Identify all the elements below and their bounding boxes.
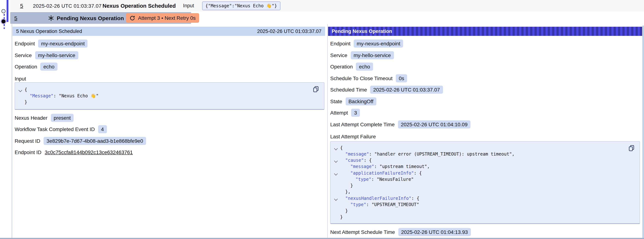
event-row-nexus-operation-scheduled[interactable]: 5 2025-02-26 UTC 01:03:37.07 Nexus Opera… xyxy=(10,0,644,11)
code-line: "type": "UPSTREAM_TIMEOUT" xyxy=(334,202,625,208)
field-row-attempt: Attempt3 xyxy=(330,109,642,117)
timeline-event-node-icon[interactable] xyxy=(2,9,6,13)
field-value-pill: echo xyxy=(356,62,373,71)
caret-cell xyxy=(334,195,340,202)
caret-cell xyxy=(334,183,340,189)
timeline-connector-dashed xyxy=(4,14,5,20)
left-panel-title: 5 Nexus Operation Scheduled xyxy=(16,28,82,34)
collapse-chevron-icon[interactable] xyxy=(334,172,338,175)
field-value-pill: 3e829b7e-7d67-4b08-aad3-b1e868bfe9e0 xyxy=(44,137,146,145)
event-detail-panel: 5 Nexus Operation Scheduled 2025-02-26 U… xyxy=(12,24,644,238)
code-line: "message": "upstream timeout", xyxy=(334,164,625,170)
field-row-endpoint: Endpointmy-nexus-endpoint xyxy=(15,40,325,48)
code-line: } xyxy=(334,183,625,189)
code-text: } xyxy=(340,214,343,221)
field-label: Operation xyxy=(15,64,37,70)
collapse-chevron-icon[interactable] xyxy=(18,88,22,92)
code-text: "message": "handler error (UPSTREAM_TIME… xyxy=(340,151,514,158)
panel-divider xyxy=(327,24,328,239)
copy-icon[interactable] xyxy=(628,145,634,151)
failure-json-viewer: {"message": "handler error (UPSTREAM_TIM… xyxy=(330,141,640,224)
field-row-endpoint: Endpointmy-nexus-endpoint xyxy=(330,40,642,48)
field-row-state: StateBackingOff xyxy=(330,97,642,105)
field-value-pill: 0s xyxy=(396,74,407,82)
timeline-active-bar xyxy=(6,0,8,22)
caret-cell xyxy=(18,93,24,99)
code-line: } xyxy=(18,99,309,106)
caret-cell xyxy=(334,202,340,208)
field-row-operation: Operationecho xyxy=(330,62,642,71)
code-text: "Message": "Nexus Echo 👋" xyxy=(24,93,99,99)
pending-nexus-operation-row[interactable]: 5 Pending Nexus Operation Attempt 3 • Ne… xyxy=(10,12,191,24)
code-line: "nexusHandlerFailureInfo": { xyxy=(334,195,625,202)
field-label: Scheduled Time xyxy=(330,87,367,92)
code-text: { xyxy=(340,145,343,151)
caret-cell xyxy=(334,158,340,164)
field-value-pill: BackingOff xyxy=(346,97,376,105)
field-label: Request ID xyxy=(15,138,40,144)
caret-cell xyxy=(334,176,340,183)
field-row-service: Servicemy-hello-service xyxy=(330,51,642,59)
field-row-last-attempt-complete-time: Last Attempt Complete Time2025-02-26 UTC… xyxy=(330,120,642,128)
code-text: "applicationFailureInfo": { xyxy=(340,170,422,176)
field-row-service: Servicemy-hello-service xyxy=(15,51,325,59)
field-label: Service xyxy=(330,52,347,58)
field-value-pill: present xyxy=(51,114,74,122)
timeline-pending-node-icon[interactable] xyxy=(2,20,6,24)
collapse-chevron-icon[interactable] xyxy=(334,197,338,200)
caret-cell xyxy=(334,214,340,221)
pending-panel-header: Pending Nexus Operation xyxy=(328,27,642,36)
event-input-label: Input xyxy=(183,0,194,11)
field-row-scheduled-time: Scheduled Time2025-02-26 UTC 01:03:37.07 xyxy=(330,86,642,94)
pending-row-title: Pending Nexus Operation xyxy=(57,12,124,24)
code-text: { xyxy=(24,86,27,93)
caret-cell xyxy=(334,208,340,214)
caret-cell xyxy=(18,99,24,106)
left-fields-bottom: Nexus HeaderpresentWorkflow Task Complet… xyxy=(15,114,325,156)
code-text: "type": "NexusFailure" xyxy=(340,176,414,183)
left-panel-header: 5 Nexus Operation Scheduled 2025-02-26 U… xyxy=(12,27,325,36)
input-section-label: Input xyxy=(15,74,325,82)
copy-icon[interactable] xyxy=(313,86,319,92)
failure-section-label: Last Attempt Failure xyxy=(330,132,642,139)
field-row-next-attempt-schedule-time: Next Attempt Schedule Time2025-02-26 UTC… xyxy=(330,228,642,236)
field-label: Attempt xyxy=(330,110,348,116)
field-label: Workflow Task Completed Event ID xyxy=(15,126,95,132)
field-label: Operation xyxy=(330,64,353,70)
event-id-link[interactable]: 5 xyxy=(20,0,23,11)
event-detail-left-panel: 5 Nexus Operation Scheduled 2025-02-26 U… xyxy=(12,27,325,238)
collapse-chevron-icon[interactable] xyxy=(334,146,338,150)
caret-cell xyxy=(334,170,340,176)
field-label: Service xyxy=(15,52,32,58)
code-text: "nexusHandlerFailureInfo": { xyxy=(340,195,420,202)
retry-icon xyxy=(130,15,135,21)
field-value-pill: 3 xyxy=(351,109,360,117)
code-line: } xyxy=(334,214,625,221)
code-line: { xyxy=(18,86,309,93)
caret-cell xyxy=(334,145,340,151)
input-json-viewer: {"Message": "Nexus Echo 👋"} xyxy=(15,82,324,110)
field-value-link[interactable]: 3c0c75ccfa8144b092c13ce632463761 xyxy=(45,149,133,155)
field-label: Endpoint xyxy=(15,41,35,46)
left-fields-top: Endpointmy-nexus-endpointServicemy-hello… xyxy=(15,40,325,71)
field-row-request-id: Request ID3e829b7e-7d67-4b08-aad3-b1e868… xyxy=(15,137,325,145)
field-value-pill: 4 xyxy=(98,125,107,133)
field-row-schedule-to-close-timeout: Schedule To Close Timeout0s xyxy=(330,74,642,82)
event-input-preview-chip[interactable]: {"Message":"Nexus Echo 👋"} xyxy=(202,1,280,10)
code-line: "cause": { xyxy=(334,158,625,164)
pending-row-id-link[interactable]: 5 xyxy=(14,12,18,24)
pending-fields: Endpointmy-nexus-endpointServicemy-hello… xyxy=(330,40,642,128)
vertical-scrollbar[interactable] xyxy=(642,26,644,238)
field-value-pill: my-hello-service xyxy=(350,51,394,59)
field-row-operation: Operationecho xyxy=(15,62,325,71)
caret-cell xyxy=(18,86,24,93)
code-text: "type": "UPSTREAM_TIMEOUT" xyxy=(340,202,419,208)
collapse-chevron-icon[interactable] xyxy=(334,159,338,163)
caret-cell xyxy=(334,151,340,158)
field-label: Endpoint ID xyxy=(15,149,41,155)
field-label: Nexus Header xyxy=(15,115,48,120)
caret-cell xyxy=(334,189,340,196)
field-row-nexus-header: Nexus Headerpresent xyxy=(15,114,325,122)
event-timestamp: 2025-02-26 UTC 01:03:37.07 xyxy=(33,0,102,11)
field-label: Last Attempt Complete Time xyxy=(330,121,395,127)
